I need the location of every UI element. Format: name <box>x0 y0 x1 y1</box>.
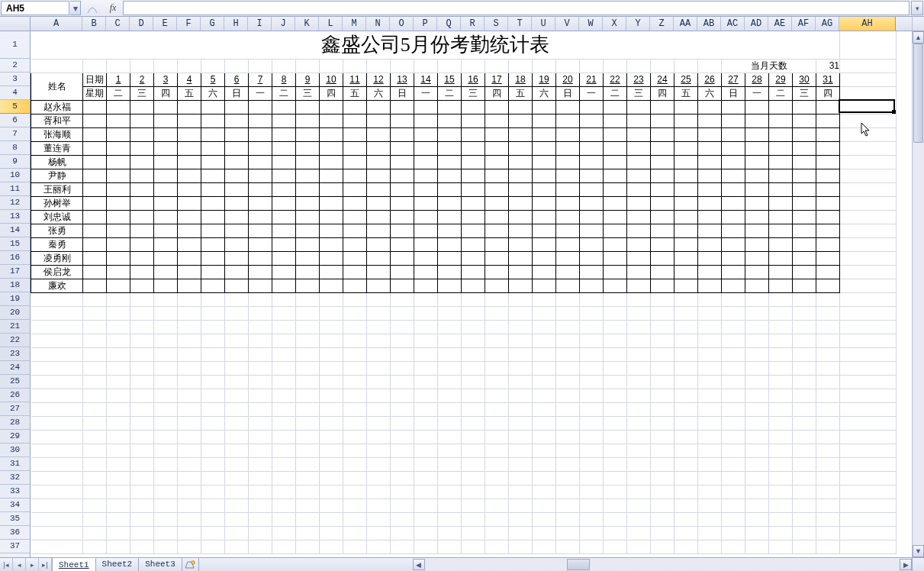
cell[interactable] <box>249 59 272 73</box>
cell[interactable] <box>225 526 249 540</box>
cell[interactable] <box>627 540 651 553</box>
cell[interactable] <box>674 306 698 320</box>
horizontal-scrollbar[interactable]: ◀ ▶ <box>413 559 912 570</box>
cell[interactable] <box>320 444 343 457</box>
cell[interactable] <box>83 402 107 416</box>
date-cell[interactable]: 19 <box>533 73 556 86</box>
cell[interactable] <box>604 347 627 361</box>
cell[interactable] <box>533 389 556 402</box>
cell[interactable] <box>130 251 154 265</box>
cell[interactable] <box>627 361 651 375</box>
cell[interactable] <box>674 361 698 375</box>
cell[interactable] <box>556 127 580 141</box>
cell[interactable] <box>604 182 627 196</box>
cell[interactable] <box>674 320 698 334</box>
cell[interactable] <box>816 389 840 402</box>
cell[interactable] <box>627 155 651 169</box>
cell[interactable] <box>107 182 130 196</box>
cell[interactable] <box>533 444 556 457</box>
cell[interactable] <box>83 457 107 471</box>
cell[interactable] <box>722 127 745 141</box>
cell[interactable] <box>154 210 178 224</box>
cell[interactable] <box>107 237 130 251</box>
cell[interactable] <box>533 182 556 196</box>
cell[interactable] <box>296 320 320 334</box>
vscroll-track[interactable] <box>913 44 924 545</box>
cell[interactable] <box>651 471 674 485</box>
cell[interactable] <box>745 389 769 402</box>
cell[interactable] <box>509 512 533 526</box>
cell[interactable] <box>130 320 154 334</box>
cell[interactable] <box>462 114 485 127</box>
cell[interactable] <box>556 334 580 347</box>
cell[interactable] <box>154 444 178 457</box>
col-header-selected[interactable]: AH <box>839 17 896 31</box>
cell[interactable] <box>343 169 367 182</box>
cell[interactable] <box>840 320 897 334</box>
cell[interactable] <box>320 279 343 292</box>
cell[interactable] <box>391 498 414 512</box>
cell[interactable] <box>580 512 604 526</box>
cell[interactable] <box>816 292 840 306</box>
cell[interactable] <box>154 389 178 402</box>
cell[interactable] <box>320 320 343 334</box>
date-cell[interactable]: 1 <box>107 73 130 86</box>
cell[interactable] <box>130 114 154 127</box>
cell[interactable] <box>414 361 438 375</box>
cell[interactable] <box>296 196 320 210</box>
cell[interactable] <box>745 100 769 114</box>
cell[interactable] <box>816 402 840 416</box>
cell[interactable] <box>320 251 343 265</box>
row-header[interactable]: 31 <box>0 457 30 471</box>
cell[interactable] <box>698 512 722 526</box>
cell[interactable] <box>816 361 840 375</box>
cell[interactable] <box>272 127 296 141</box>
name-cell[interactable]: 董连青 <box>31 141 83 155</box>
cell[interactable] <box>83 334 107 347</box>
cell[interactable] <box>769 279 793 292</box>
cell[interactable] <box>367 210 391 224</box>
cell[interactable] <box>130 375 154 389</box>
cell[interactable] <box>178 526 201 540</box>
cell[interactable] <box>201 457 225 471</box>
weekday-cell[interactable]: 六 <box>201 86 225 100</box>
cell[interactable] <box>107 141 130 155</box>
cell[interactable] <box>816 430 840 444</box>
cell[interactable] <box>343 402 367 416</box>
cell[interactable] <box>391 59 414 73</box>
cell[interactable] <box>509 402 533 416</box>
cell[interactable] <box>414 485 438 498</box>
col-header[interactable]: H <box>224 17 248 31</box>
cell[interactable] <box>414 114 438 127</box>
cell[interactable] <box>31 512 83 526</box>
cell[interactable] <box>201 306 225 320</box>
cell[interactable] <box>580 498 604 512</box>
cell[interactable] <box>698 485 722 498</box>
cell[interactable] <box>31 306 83 320</box>
cell[interactable] <box>627 251 651 265</box>
cell[interactable] <box>509 457 533 471</box>
col-header[interactable]: G <box>201 17 224 31</box>
cell[interactable] <box>201 498 225 512</box>
cell[interactable] <box>816 237 840 251</box>
cell[interactable] <box>391 457 414 471</box>
cell[interactable] <box>509 196 533 210</box>
row-header[interactable]: 30 <box>0 444 30 457</box>
cell[interactable] <box>674 389 698 402</box>
cell[interactable] <box>509 100 533 114</box>
cell[interactable] <box>296 402 320 416</box>
cell[interactable] <box>414 169 438 182</box>
hscroll-thumb[interactable] <box>567 559 590 570</box>
cell[interactable] <box>367 59 391 73</box>
cell[interactable] <box>320 457 343 471</box>
cell[interactable] <box>556 155 580 169</box>
tab-last-icon[interactable]: ▸| <box>39 558 52 571</box>
cell[interactable] <box>722 279 745 292</box>
cell[interactable] <box>840 155 897 169</box>
cell[interactable] <box>840 182 897 196</box>
cell[interactable] <box>249 485 272 498</box>
cell[interactable] <box>793 100 816 114</box>
cell[interactable] <box>272 251 296 265</box>
cell[interactable] <box>320 265 343 279</box>
cell[interactable] <box>225 361 249 375</box>
